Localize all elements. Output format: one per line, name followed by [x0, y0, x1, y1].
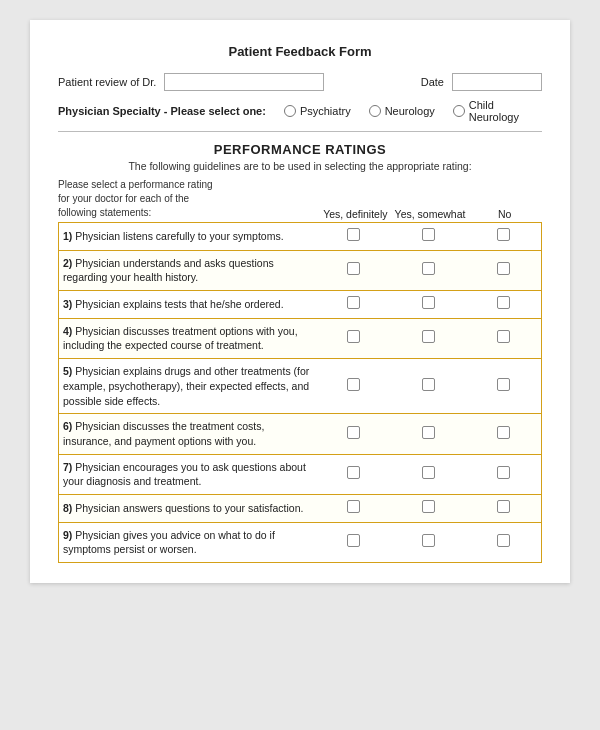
- stmt-line3: following statements:: [58, 207, 151, 218]
- no-cell[interactable]: [466, 522, 541, 562]
- specialty-psychiatry[interactable]: Psychiatry: [284, 105, 351, 117]
- yes-some-checkbox[interactable]: [422, 426, 435, 439]
- form-title: Patient Feedback Form: [58, 44, 542, 59]
- specialty-neurology[interactable]: Neurology: [369, 105, 435, 117]
- yes-some-cell[interactable]: [391, 454, 466, 494]
- yes-some-cell[interactable]: [391, 359, 466, 414]
- question-text: 6) Physician discusses the treatment cos…: [59, 414, 316, 454]
- no-cell[interactable]: [466, 414, 541, 454]
- page-container: Patient Feedback Form Patient review of …: [30, 20, 570, 583]
- performance-section: PERFORMANCE RATINGS The following guidel…: [58, 142, 542, 563]
- question-text: 3) Physician explains tests that he/she …: [59, 291, 316, 319]
- no-checkbox[interactable]: [497, 330, 510, 343]
- ratings-table: 1) Physician listens carefully to your s…: [58, 222, 542, 563]
- specialty-label: Physician Specialty - Please select one:: [58, 105, 266, 117]
- no-cell[interactable]: [466, 494, 541, 522]
- yes-def-checkbox[interactable]: [347, 296, 360, 309]
- no-cell[interactable]: [466, 454, 541, 494]
- question-text: 7) Physician encourages you to ask quest…: [59, 454, 316, 494]
- perf-title: PERFORMANCE RATINGS: [58, 142, 542, 157]
- ratings-header: Please select a performance rating for y…: [58, 178, 542, 220]
- yes-def-header: Yes, definitely: [318, 208, 393, 220]
- patient-row: Patient review of Dr. Date: [58, 73, 542, 91]
- yes-some-checkbox[interactable]: [422, 500, 435, 513]
- yes-def-cell[interactable]: [316, 250, 391, 290]
- yes-some-cell[interactable]: [391, 250, 466, 290]
- doctor-name-input[interactable]: [164, 73, 324, 91]
- no-checkbox[interactable]: [497, 228, 510, 241]
- no-cell[interactable]: [466, 250, 541, 290]
- yes-def-cell[interactable]: [316, 494, 391, 522]
- specialty-child-neurology[interactable]: Child Neurology: [453, 99, 542, 123]
- yes-some-cell[interactable]: [391, 494, 466, 522]
- child-neurology-label: Child Neurology: [469, 99, 542, 123]
- no-checkbox[interactable]: [497, 378, 510, 391]
- psychiatry-label: Psychiatry: [300, 105, 351, 117]
- yes-def-checkbox[interactable]: [347, 228, 360, 241]
- stmt-line1: Please select a performance rating: [58, 179, 213, 190]
- table-row: 1) Physician listens carefully to your s…: [59, 223, 542, 251]
- table-row: 6) Physician discusses the treatment cos…: [59, 414, 542, 454]
- question-text: 1) Physician listens carefully to your s…: [59, 223, 316, 251]
- yes-def-cell[interactable]: [316, 223, 391, 251]
- yes-def-cell[interactable]: [316, 359, 391, 414]
- date-input[interactable]: [452, 73, 542, 91]
- yes-def-cell[interactable]: [316, 522, 391, 562]
- no-cell[interactable]: [466, 291, 541, 319]
- yes-def-cell[interactable]: [316, 414, 391, 454]
- question-text: 4) Physician discusses treatment options…: [59, 318, 316, 358]
- yes-some-checkbox[interactable]: [422, 378, 435, 391]
- question-text: 9) Physician gives you advice on what to…: [59, 522, 316, 562]
- question-text: 8) Physician answers questions to your s…: [59, 494, 316, 522]
- no-checkbox[interactable]: [497, 262, 510, 275]
- yes-def-cell[interactable]: [316, 318, 391, 358]
- yes-some-checkbox[interactable]: [422, 262, 435, 275]
- table-row: 3) Physician explains tests that he/she …: [59, 291, 542, 319]
- yes-some-cell[interactable]: [391, 291, 466, 319]
- no-checkbox[interactable]: [497, 466, 510, 479]
- question-text: 2) Physician understands and asks questi…: [59, 250, 316, 290]
- no-cell[interactable]: [466, 223, 541, 251]
- patient-label: Patient review of Dr.: [58, 76, 156, 88]
- yes-some-checkbox[interactable]: [422, 228, 435, 241]
- yes-some-cell[interactable]: [391, 522, 466, 562]
- perf-guideline: The following guidelines are to be used …: [58, 160, 542, 172]
- neurology-radio[interactable]: [369, 105, 381, 117]
- psychiatry-radio[interactable]: [284, 105, 296, 117]
- yes-def-cell[interactable]: [316, 454, 391, 494]
- yes-def-checkbox[interactable]: [347, 426, 360, 439]
- specialty-row: Physician Specialty - Please select one:…: [58, 99, 542, 132]
- yes-some-cell[interactable]: [391, 414, 466, 454]
- date-label: Date: [421, 76, 444, 88]
- child-neurology-radio[interactable]: [453, 105, 465, 117]
- yes-some-checkbox[interactable]: [422, 466, 435, 479]
- no-checkbox[interactable]: [497, 534, 510, 547]
- yes-def-checkbox[interactable]: [347, 378, 360, 391]
- no-cell[interactable]: [466, 359, 541, 414]
- yes-def-checkbox[interactable]: [347, 330, 360, 343]
- yes-some-cell[interactable]: [391, 318, 466, 358]
- no-checkbox[interactable]: [497, 426, 510, 439]
- yes-def-checkbox[interactable]: [347, 500, 360, 513]
- yes-def-checkbox[interactable]: [347, 466, 360, 479]
- yes-def-checkbox[interactable]: [347, 262, 360, 275]
- table-row: 7) Physician encourages you to ask quest…: [59, 454, 542, 494]
- no-checkbox[interactable]: [497, 500, 510, 513]
- neurology-label: Neurology: [385, 105, 435, 117]
- table-row: 8) Physician answers questions to your s…: [59, 494, 542, 522]
- table-row: 2) Physician understands and asks questi…: [59, 250, 542, 290]
- yes-some-checkbox[interactable]: [422, 330, 435, 343]
- stmt-col-header: Please select a performance rating for y…: [58, 178, 318, 220]
- yes-some-checkbox[interactable]: [422, 534, 435, 547]
- yes-def-checkbox[interactable]: [347, 534, 360, 547]
- yes-some-header: Yes, somewhat: [393, 208, 468, 220]
- table-row: 9) Physician gives you advice on what to…: [59, 522, 542, 562]
- no-checkbox[interactable]: [497, 296, 510, 309]
- no-cell[interactable]: [466, 318, 541, 358]
- table-row: 5) Physician explains drugs and other tr…: [59, 359, 542, 414]
- question-text: 5) Physician explains drugs and other tr…: [59, 359, 316, 414]
- no-header: No: [467, 208, 542, 220]
- yes-some-checkbox[interactable]: [422, 296, 435, 309]
- yes-def-cell[interactable]: [316, 291, 391, 319]
- yes-some-cell[interactable]: [391, 223, 466, 251]
